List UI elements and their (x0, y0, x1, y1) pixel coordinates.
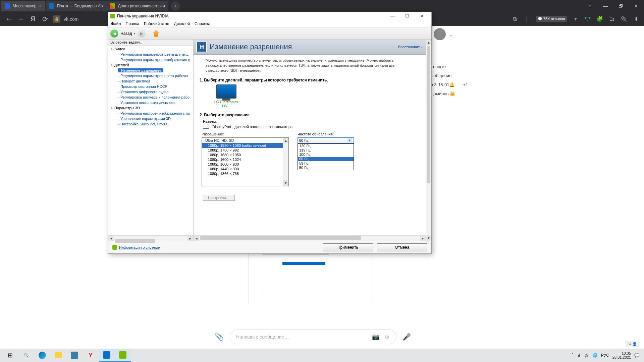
microphone-icon[interactable]: 🎤 (402, 333, 411, 341)
resolution-option[interactable]: 1080p, 644 × 362 (собственное) (202, 143, 288, 148)
tree-item[interactable]: Регулировка параметров цвета для вид (108, 52, 193, 57)
window-titlebar[interactable]: Панель управления NVIDIA — ☐ ✕ (108, 12, 431, 20)
scroll-thumb[interactable] (200, 236, 361, 240)
apply-button[interactable]: Применить (323, 243, 373, 251)
reviews-badge[interactable]: 💬 75K отзывов (536, 16, 567, 22)
attach-icon[interactable]: 📎 (215, 333, 224, 341)
close-button[interactable]: ✕ (629, 0, 644, 12)
list-scrollbar[interactable]: ▲ ▼ (283, 138, 288, 186)
menu-desktop[interactable]: Рабочий стол (144, 21, 169, 26)
tree-item[interactable]: Установка цифрового аудио (108, 89, 193, 95)
reload-button[interactable]: ⟳ (41, 15, 49, 23)
list-item[interactable]: тянные (431, 62, 468, 71)
scroll-left-icon[interactable]: ◄ (108, 236, 114, 241)
taskbar-explorer[interactable] (50, 349, 66, 362)
scroll-right-icon[interactable]: ► (187, 236, 193, 241)
notifications-icon[interactable]: 💬 (634, 353, 639, 358)
tab-messenger[interactable]: Мессенджер × (1, 1, 45, 11)
resolution-option[interactable]: 1080p, 1366 × 768 (202, 171, 288, 176)
forward-button[interactable]: ► (138, 29, 146, 38)
taskbar-edge[interactable] (34, 349, 50, 362)
new-tab-button[interactable]: ＋ (171, 1, 180, 11)
minimize-button[interactable]: — (598, 0, 613, 12)
message-input[interactable]: Напишите сообщение… 📷 ☺ (230, 329, 396, 344)
minimize-button[interactable]: — (385, 12, 400, 20)
back-button[interactable]: ← (5, 15, 13, 23)
refresh-dropdown[interactable]: 120 Гц119 Гц100 Гц60 Гц59 Гц50 Гц (298, 143, 354, 170)
cancel-button[interactable]: Отмена (377, 243, 427, 251)
extension-icon[interactable]: 🔌 (621, 16, 627, 22)
resolution-listbox[interactable]: Ultra HD, HD, SD 1080p, 644 × 362 (соб… (202, 137, 289, 186)
list-item[interactable]: ообщения (431, 71, 468, 80)
camera-icon[interactable]: 📷 (372, 333, 379, 341)
tree-item[interactable]: Управление параметрами 3D (108, 116, 193, 121)
start-button[interactable]: ⊞ (2, 349, 18, 362)
collections-icon[interactable]: 🗂 (608, 16, 615, 22)
restore-link[interactable]: Восстановить (398, 45, 422, 49)
scroll-up-icon[interactable]: ▲ (283, 138, 288, 143)
scroll-left-icon[interactable]: ◄ (194, 236, 199, 241)
scroll-down-icon[interactable]: ▼ (426, 235, 431, 241)
language-indicator[interactable]: РУС (601, 353, 609, 358)
refresh-option[interactable]: 60 Гц (298, 157, 354, 161)
list-item[interactable]: з 3-18-01🔔+1 (431, 80, 468, 89)
network-icon[interactable]: 🌐 (593, 353, 598, 358)
tree-item[interactable]: Регулировка настроек изображения с пр (108, 111, 193, 116)
refresh-combobox[interactable]: 60 Гц ▼ (298, 137, 354, 143)
bookmark-icon[interactable]: ▾ (572, 16, 579, 22)
tree-item[interactable]: Регулировка параметров изображения д (108, 57, 193, 62)
scroll-right-icon[interactable]: ► (420, 236, 426, 241)
refresh-option[interactable]: 120 Гц (298, 144, 354, 148)
content-vscroll[interactable]: ▲ ▼ (426, 40, 431, 241)
downloads-icon[interactable]: ⬇ (633, 16, 639, 22)
taskbar-yandex[interactable]: Y (83, 349, 99, 362)
monitor-tray-icon[interactable]: 🖥 (577, 353, 581, 358)
tree-scrollbar[interactable]: ◄ ► (108, 235, 193, 241)
menu-button[interactable]: ≡ (582, 0, 598, 12)
menu-edit[interactable]: Правка (126, 21, 140, 26)
display-selector[interactable]: LG Electronics LG… (210, 84, 242, 108)
close-icon[interactable]: × (39, 3, 42, 9)
tree-item[interactable]: Просмотр состояния HDCP (108, 84, 193, 89)
yandex-button[interactable]: Я (29, 15, 37, 23)
volume-icon[interactable]: 🔊 (584, 353, 589, 358)
resolution-option[interactable]: 1080p, 1680 × 1050 (202, 153, 288, 157)
tree-item[interactable]: ⊟Дисплей (108, 62, 193, 68)
close-button[interactable]: ✕ (415, 12, 429, 20)
scroll-up-icon[interactable]: ▲ (426, 40, 431, 45)
maximize-button[interactable]: ☐ (400, 12, 415, 20)
task-tree[interactable]: ⊟ВидеоРегулировка параметров цвета для в… (108, 46, 193, 235)
tray-chevron-icon[interactable]: ˄ (572, 353, 574, 358)
system-info-link[interactable]: Информация о системе (112, 245, 160, 250)
resolution-option[interactable]: 1080p, 1440 × 900 (202, 167, 288, 171)
copy-icon[interactable]: ⧉ (512, 16, 518, 22)
tree-item[interactable]: Изменение разрешения (108, 68, 193, 73)
settings-button[interactable]: Настройка… (203, 195, 235, 201)
tree-item[interactable]: Установка нескольких дисплеев (108, 100, 193, 105)
shield-icon[interactable]: 🛡 (584, 16, 591, 22)
tree-item[interactable]: ⊟Параметры 3D (108, 105, 193, 111)
scroll-thumb[interactable] (427, 46, 430, 183)
taskbar-app-active-1[interactable] (99, 349, 115, 362)
refresh-option[interactable]: 59 Гц (298, 161, 354, 166)
scroll-down-icon[interactable]: ▼ (283, 180, 288, 186)
resolution-option[interactable]: 1080p, 1600 × 1024 (202, 157, 288, 162)
clock[interactable]: 10:35 28.01.2021 (612, 351, 631, 359)
tree-item[interactable]: Регулировка параметров цвета рабочег (108, 73, 193, 78)
resolution-option[interactable]: 1080p, 1768 × 992 (202, 148, 288, 153)
tree-item[interactable]: Поворот дисплея (108, 78, 193, 84)
address-bar[interactable]: 🔒 vk.com (53, 15, 78, 23)
scroll-thumb[interactable] (115, 239, 155, 243)
content-hscroll[interactable]: ◄ ► (194, 235, 426, 241)
tree-item[interactable]: ⊟Видео (108, 46, 193, 52)
search-button[interactable]: 🔍 (18, 349, 34, 362)
list-item[interactable]: дамиров 👑 (431, 89, 468, 98)
tab-microsoft[interactable]: Долго разворачивается и (106, 1, 168, 11)
forward-button[interactable]: → (17, 15, 25, 23)
taskbar-photos[interactable] (66, 349, 83, 362)
back-button[interactable]: ◄ (110, 29, 118, 38)
refresh-option[interactable]: 50 Гц (298, 166, 354, 170)
restore-button[interactable]: 🗗 (613, 0, 629, 12)
tab-mail[interactable]: Почта — Бегдамиров Ар (46, 1, 106, 11)
puzzle-icon[interactable]: 🧩 (596, 16, 603, 22)
